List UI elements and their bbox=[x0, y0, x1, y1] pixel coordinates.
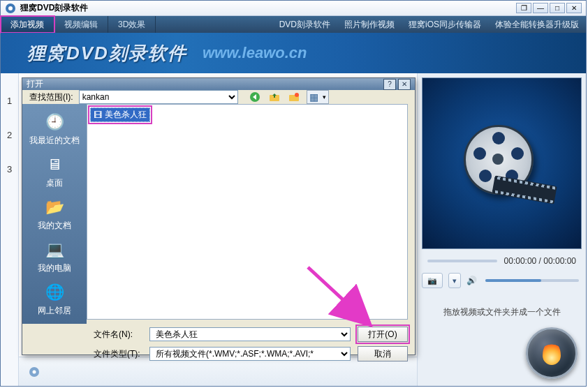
flame-icon bbox=[543, 341, 561, 365]
place-label: 我最近的文档 bbox=[29, 135, 80, 147]
time-bar: 00:00:00 / 00:00:00 bbox=[422, 253, 582, 269]
row-num: 1 bbox=[1, 96, 18, 106]
new-folder-button[interactable] bbox=[287, 90, 301, 104]
maximize-button[interactable]: □ bbox=[550, 3, 565, 13]
seek-track[interactable] bbox=[427, 260, 497, 262]
dialog-help-button[interactable]: ? bbox=[383, 79, 396, 90]
place-recent[interactable]: 🕘我最近的文档 bbox=[29, 111, 80, 147]
place-mycomputer[interactable]: 💻我的电脑 bbox=[38, 239, 71, 274]
drop-hint: 拖放视频或文件夹并成一个文件 bbox=[425, 306, 579, 318]
filetype-label: 文件类型(T): bbox=[94, 348, 142, 360]
tab-video-edit[interactable]: 视频编辑 bbox=[54, 16, 108, 33]
file-item-selected[interactable]: 🎞 美色杀人狂 bbox=[90, 107, 150, 122]
open-dialog: 打开 ? ✕ 查找范围(I): kankan ▦ ▾ bbox=[22, 77, 416, 355]
speaker-icon: 🔊 bbox=[466, 276, 477, 285]
row-num: 2 bbox=[1, 130, 18, 140]
lookup-row: 查找范围(I): kankan ▦ ▾ bbox=[22, 90, 415, 104]
chevron-down-icon: ▾ bbox=[453, 276, 457, 285]
dialog-title: 打开 bbox=[27, 78, 381, 90]
filename-combo[interactable]: 美色杀人狂 bbox=[149, 327, 351, 341]
chevron-down-icon: ▾ bbox=[323, 94, 326, 100]
snapshot-button[interactable]: 📷 bbox=[422, 273, 443, 288]
back-button[interactable] bbox=[248, 90, 262, 104]
film-reel-icon bbox=[464, 125, 541, 202]
tab-add-video[interactable]: 添加视频 bbox=[1, 16, 54, 33]
lookup-label: 查找范围(I): bbox=[29, 91, 73, 103]
open-button[interactable]: 打开(O) bbox=[358, 327, 408, 342]
video-file-icon: 🎞 bbox=[94, 110, 102, 120]
lookup-combo[interactable]: kankan bbox=[79, 90, 238, 104]
banner-title: 狸窝DVD刻录软件 bbox=[27, 41, 187, 66]
back-icon bbox=[249, 91, 260, 103]
row-num: 3 bbox=[1, 164, 18, 174]
cancel-button[interactable]: 取消 bbox=[358, 346, 408, 361]
dialog-bottom: 文件名(N): 美色杀人狂 打开(O) 文件类型(T): 所有视频文件(*.WM… bbox=[22, 324, 415, 373]
video-preview bbox=[422, 77, 582, 249]
views-icon: ▦ bbox=[309, 91, 318, 103]
banner: 狸窝DVD刻录软件 www.leawo.cn bbox=[1, 33, 586, 73]
volume-slider[interactable] bbox=[485, 279, 579, 282]
desktop-icon: 🖥 bbox=[43, 154, 66, 176]
folder-up-icon bbox=[269, 91, 280, 103]
place-label: 我的电脑 bbox=[38, 262, 71, 274]
views-button[interactable]: ▦ ▾ bbox=[307, 90, 329, 104]
link-dvd-burn[interactable]: DVD刻录软件 bbox=[272, 16, 337, 33]
file-name: 美色杀人狂 bbox=[105, 109, 147, 121]
place-label: 网上邻居 bbox=[38, 305, 71, 317]
tab-3d-effect[interactable]: 3D效果 bbox=[108, 16, 156, 33]
app-window: 狸窝DVD刻录软件 ❐ — □ ✕ 添加视频 视频编辑 3D效果 DVD刻录软件… bbox=[0, 0, 587, 387]
link-ios-transfer[interactable]: 狸窝iOS同步传输器 bbox=[402, 16, 488, 33]
dialog-body: 🕘我最近的文档 🖥桌面 📂我的文档 💻我的电脑 🌐网上邻居 🎞 美色杀人狂 bbox=[22, 104, 415, 324]
file-list[interactable]: 🎞 美色杀人狂 bbox=[87, 104, 408, 320]
places-bar: 🕘我最近的文档 🖥桌面 📂我的文档 💻我的电脑 🌐网上邻居 bbox=[22, 104, 87, 324]
up-button[interactable] bbox=[267, 90, 281, 104]
row-number-column: 1 2 3 bbox=[1, 73, 19, 386]
network-icon: 🌐 bbox=[43, 281, 66, 304]
place-desktop[interactable]: 🖥桌面 bbox=[43, 154, 66, 189]
link-converter-upgrade[interactable]: 体验全能转换器升级版 bbox=[488, 16, 586, 33]
app-title: 狸窝DVD刻录软件 bbox=[20, 2, 516, 14]
svg-point-7 bbox=[295, 93, 299, 97]
right-panel: 00:00:00 / 00:00:00 📷 ▾ 🔊 拖放视频或文件夹并成一个文件 bbox=[417, 73, 586, 386]
player-controls: 📷 ▾ 🔊 bbox=[422, 271, 582, 290]
mycomputer-icon: 💻 bbox=[43, 239, 66, 261]
titlebar: 狸窝DVD刻录软件 ❐ — □ ✕ bbox=[1, 1, 586, 16]
burn-button[interactable] bbox=[526, 327, 578, 379]
mydocs-icon: 📂 bbox=[43, 196, 66, 218]
place-label: 桌面 bbox=[46, 177, 63, 189]
dialog-close-button[interactable]: ✕ bbox=[398, 79, 411, 90]
close-button[interactable]: ✕ bbox=[566, 3, 582, 13]
recent-icon: 🕘 bbox=[43, 111, 66, 133]
restore-button[interactable]: ❐ bbox=[516, 3, 531, 13]
time-display: 00:00:00 / 00:00:00 bbox=[504, 256, 576, 266]
place-network[interactable]: 🌐网上邻居 bbox=[38, 281, 71, 317]
place-label: 我的文档 bbox=[38, 220, 71, 232]
camera-icon: 📷 bbox=[427, 276, 437, 285]
filetype-combo[interactable]: 所有视频文件(*.WMV;*.ASF;*.WMA;*.AVI;* bbox=[149, 347, 351, 361]
app-icon bbox=[5, 3, 16, 14]
minimize-button[interactable]: — bbox=[533, 3, 548, 13]
link-photo-video[interactable]: 照片制作视频 bbox=[337, 16, 402, 33]
new-folder-icon bbox=[288, 91, 300, 103]
filename-label: 文件名(N): bbox=[94, 329, 142, 341]
snapshot-menu-button[interactable]: ▾ bbox=[448, 273, 461, 288]
svg-point-1 bbox=[8, 6, 13, 10]
place-mydocs[interactable]: 📂我的文档 bbox=[38, 196, 71, 232]
banner-url: www.leawo.cn bbox=[203, 44, 307, 62]
menubar: 添加视频 视频编辑 3D效果 DVD刻录软件 照片制作视频 狸窝iOS同步传输器… bbox=[1, 16, 586, 33]
dialog-titlebar: 打开 ? ✕ bbox=[22, 78, 415, 90]
